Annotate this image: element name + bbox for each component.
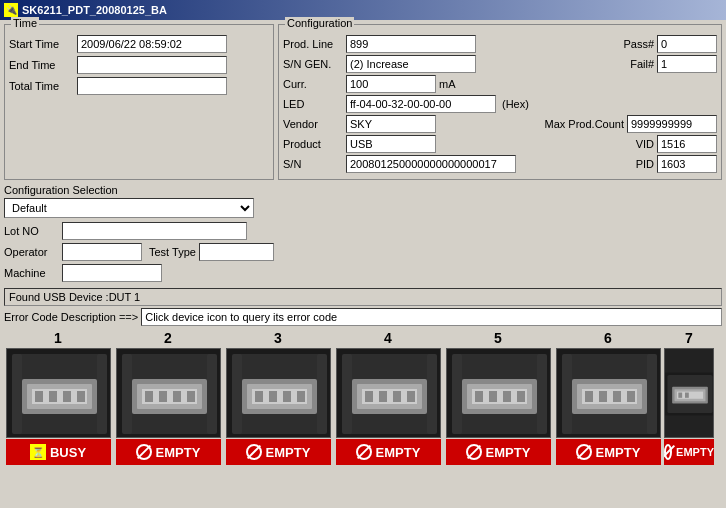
vendor-input[interactable] — [346, 115, 436, 133]
dut-2[interactable]: 2 EMPTY — [114, 330, 222, 465]
lot-no-input[interactable] — [62, 222, 247, 240]
dut-3-image[interactable] — [226, 348, 331, 438]
dut-6[interactable]: 6 EMPTY — [554, 330, 662, 465]
start-time-label: Start Time — [9, 38, 74, 50]
dut-3-status[interactable]: EMPTY — [226, 439, 331, 465]
svg-rect-18 — [173, 391, 181, 402]
product-label: Product — [283, 138, 343, 150]
prod-line-label: Prod. Line — [283, 38, 343, 50]
machine-label: Machine — [4, 267, 59, 279]
pid-input[interactable] — [657, 155, 717, 173]
dut-3-number: 3 — [274, 330, 282, 346]
total-time-input[interactable] — [77, 77, 227, 95]
svg-rect-17 — [159, 391, 167, 402]
sn-input[interactable] — [346, 155, 516, 173]
title-bar: 🔌 SK6211_PDT_20080125_BA — [0, 0, 726, 20]
svg-rect-51 — [503, 391, 511, 402]
pid-label: PID — [636, 158, 654, 170]
product-input[interactable] — [346, 135, 436, 153]
window-title: SK6211_PDT_20080125_BA — [22, 4, 167, 16]
curr-label: Curr. — [283, 78, 343, 90]
app-icon: 🔌 — [4, 3, 18, 17]
sn-label: S/N — [283, 158, 343, 170]
dut-4-image[interactable] — [336, 348, 441, 438]
total-time-label: Total Time — [9, 80, 74, 92]
svg-rect-50 — [489, 391, 497, 402]
dut-section: 1 — [4, 330, 722, 465]
dut-1-status[interactable]: ⏳ BUSY — [6, 439, 111, 465]
svg-rect-21 — [207, 354, 217, 434]
dut-2-status-text: EMPTY — [156, 445, 201, 460]
svg-rect-72 — [685, 393, 689, 398]
dut-1-image[interactable] — [6, 348, 111, 438]
dut-6-image[interactable] — [556, 348, 661, 438]
dut-7[interactable]: 7 EMPTY — [664, 330, 714, 465]
sn-gen-input[interactable] — [346, 55, 476, 73]
dut-2-status[interactable]: EMPTY — [116, 439, 221, 465]
dut-5[interactable]: 5 EMPTY — [444, 330, 552, 465]
svg-rect-43 — [427, 354, 437, 434]
config-sel-dropdown[interactable]: Default — [4, 198, 254, 218]
led-unit: (Hex) — [502, 98, 529, 110]
svg-rect-9 — [12, 354, 22, 434]
prod-line-input[interactable] — [346, 35, 476, 53]
dut-5-status[interactable]: EMPTY — [446, 439, 551, 465]
svg-rect-19 — [187, 391, 195, 402]
svg-rect-40 — [393, 391, 401, 402]
test-type-label: Test Type — [149, 246, 196, 258]
found-device-text: Found USB Device :DUT 1 — [9, 291, 140, 303]
svg-rect-54 — [537, 354, 547, 434]
curr-input[interactable] — [346, 75, 436, 93]
dut-5-status-text: EMPTY — [486, 445, 531, 460]
svg-rect-61 — [599, 391, 607, 402]
led-input[interactable] — [346, 95, 496, 113]
vid-label: VID — [636, 138, 654, 150]
dut-6-number: 6 — [604, 330, 612, 346]
dut-4[interactable]: 4 EMPTY — [334, 330, 442, 465]
dut-2-image[interactable] — [116, 348, 221, 438]
led-label: LED — [283, 98, 343, 110]
end-time-input[interactable] — [77, 56, 227, 74]
dut-5-image[interactable] — [446, 348, 551, 438]
empty-icon-7 — [664, 444, 672, 460]
config-sel-label: Configuration Selection — [4, 184, 274, 196]
dut-6-status-text: EMPTY — [596, 445, 641, 460]
machine-input[interactable] — [62, 264, 162, 282]
max-prod-input[interactable] — [627, 115, 717, 133]
empty-icon-6 — [576, 444, 592, 460]
error-code-input[interactable] — [141, 308, 722, 326]
operator-label: Operator — [4, 246, 59, 258]
dut-3[interactable]: 3 EMPTY — [224, 330, 332, 465]
found-device-bar: Found USB Device :DUT 1 — [4, 288, 722, 306]
svg-rect-7 — [63, 391, 71, 402]
svg-rect-32 — [317, 354, 327, 434]
svg-rect-5 — [35, 391, 43, 402]
dut-1[interactable]: 1 — [4, 330, 112, 465]
dut-7-image[interactable] — [664, 348, 714, 438]
dut-5-number: 5 — [494, 330, 502, 346]
test-type-input[interactable] — [199, 243, 274, 261]
vid-input[interactable] — [657, 135, 717, 153]
dut-7-status[interactable]: EMPTY — [664, 439, 714, 465]
dut-4-status[interactable]: EMPTY — [336, 439, 441, 465]
dut-7-status-text: EMPTY — [676, 446, 714, 458]
operator-input[interactable] — [62, 243, 142, 261]
svg-rect-20 — [122, 354, 132, 434]
fail-input[interactable] — [657, 55, 717, 73]
dut-6-status[interactable]: EMPTY — [556, 439, 661, 465]
config-panel: Configuration Prod. Line Pass# S/N GEN. … — [278, 24, 722, 180]
start-time-input[interactable] — [77, 35, 227, 53]
empty-icon-4 — [356, 444, 372, 460]
error-code-label: Error Code Description ==> — [4, 311, 138, 323]
svg-rect-30 — [297, 391, 305, 402]
empty-icon-2 — [136, 444, 152, 460]
svg-rect-49 — [475, 391, 483, 402]
vendor-label: Vendor — [283, 118, 343, 130]
svg-rect-6 — [49, 391, 57, 402]
dut-1-status-text: BUSY — [50, 445, 86, 460]
pass-input[interactable] — [657, 35, 717, 53]
svg-rect-28 — [269, 391, 277, 402]
dut-4-number: 4 — [384, 330, 392, 346]
time-panel-title: Time — [11, 17, 39, 29]
sn-gen-label: S/N GEN. — [283, 58, 343, 70]
